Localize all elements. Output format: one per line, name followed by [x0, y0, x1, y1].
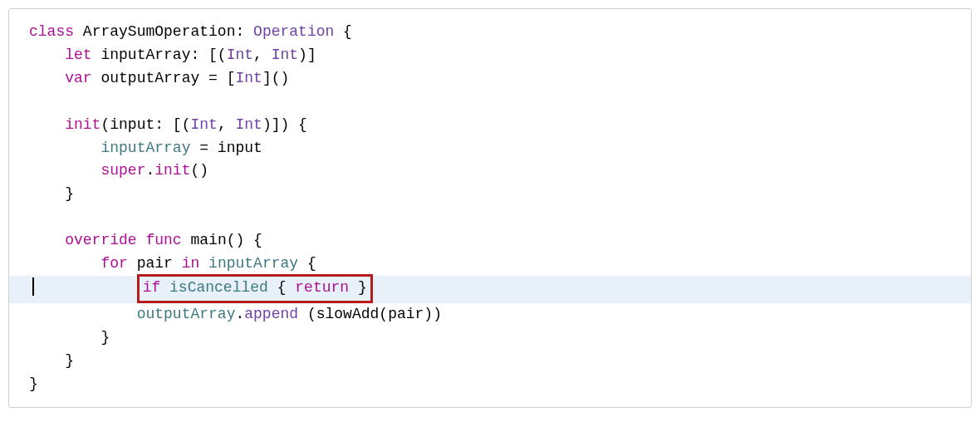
code-line-11: for pair in inputArray { [9, 253, 971, 276]
keyword-if: if [143, 279, 161, 296]
brace: } [29, 375, 38, 392]
dot: . [235, 306, 244, 322]
comma: , [253, 47, 272, 63]
space [160, 279, 169, 296]
indent [29, 47, 65, 63]
code-line-13: outputArray.append (slowAdd(pair)) [9, 303, 971, 326]
dot: . [145, 162, 154, 179]
rest: = input [190, 140, 262, 156]
space [173, 255, 182, 272]
member-iscancelled: isCancelled [169, 279, 268, 296]
brace: } [349, 279, 367, 296]
space [182, 232, 191, 248]
indent [29, 255, 100, 272]
close: )]) { [262, 116, 307, 133]
code-line-10: override func main() { [9, 229, 971, 253]
func-slowadd: slowAdd [316, 306, 380, 322]
indent [29, 162, 100, 179]
indent [29, 232, 65, 248]
parens: () [190, 162, 208, 179]
cursor-icon [32, 277, 34, 296]
brace: { [268, 279, 295, 296]
space [128, 255, 137, 272]
code-line-1: class ArraySumOperation: Operation { [9, 21, 971, 44]
keyword-super: super [100, 162, 145, 179]
indent [29, 329, 100, 346]
type-int: Int [190, 116, 217, 133]
colon: : [235, 23, 253, 40]
space [137, 232, 146, 248]
code-line-16: } [9, 373, 971, 396]
highlight-box: if isCancelled { return } [137, 274, 373, 303]
member-outputarray: outputArray [137, 306, 236, 322]
code-line-5: init(input: [(Int, Int)]) { [9, 114, 971, 137]
member-inputarray: inputArray [100, 140, 190, 156]
brace: } [65, 185, 74, 202]
prop-inputarray: inputArray [100, 47, 190, 63]
type-operation: Operation [253, 23, 334, 40]
code-line-7: super.init() [9, 160, 971, 183]
colon: : [( [190, 47, 226, 63]
code-line-empty [9, 91, 971, 114]
indent [29, 279, 137, 296]
var-pair: pair [137, 255, 173, 272]
space [199, 255, 208, 272]
indent [29, 352, 65, 369]
code-line-2: let inputArray: [(Int, Int)] [9, 44, 971, 67]
keyword-let: let [65, 47, 91, 63]
keyword-class: class [29, 23, 74, 40]
code-line-3: var outputArray = [Int]() [9, 67, 971, 91]
type-int: Int [227, 47, 253, 63]
keyword-in: in [182, 255, 200, 272]
parens: () { [227, 232, 262, 248]
type-int: Int [235, 70, 262, 86]
space [92, 70, 101, 86]
keyword-init: init [154, 162, 190, 179]
open: (input: [( [100, 116, 190, 133]
keyword-var: var [65, 70, 91, 86]
indent [29, 70, 65, 86]
keyword-return: return [295, 279, 349, 296]
type-int: Int [272, 47, 298, 63]
member-inputarray: inputArray [208, 255, 298, 272]
brace: { [334, 23, 352, 40]
brace: } [65, 352, 74, 369]
brace: } [100, 329, 110, 346]
open: ( [379, 306, 388, 322]
type-int: Int [235, 116, 262, 133]
code-line-14: } [9, 326, 971, 350]
close: )) [424, 306, 442, 322]
code-line-8: } [9, 183, 971, 206]
eq: = [ [199, 70, 235, 86]
space [92, 47, 101, 63]
code-editor[interactable]: class ArraySumOperation: Operation { let… [8, 8, 972, 408]
code-line-6: inputArray = input [9, 137, 971, 160]
close: ]() [262, 70, 289, 86]
class-name: ArraySumOperation [83, 23, 236, 40]
keyword-init: init [65, 116, 100, 133]
method-append: append [244, 306, 298, 322]
prop-outputarray: outputArray [100, 70, 199, 86]
comma: , [218, 116, 236, 133]
code-line-15: } [9, 350, 971, 373]
var-pair: pair [388, 306, 424, 322]
code-line-12-highlighted: if isCancelled { return } [9, 276, 971, 303]
close: )] [298, 47, 316, 63]
indent [29, 185, 65, 202]
indent [29, 140, 100, 156]
code-line-empty [9, 206, 971, 229]
space: ( [298, 306, 316, 322]
keyword-for: for [100, 255, 127, 272]
indent [29, 306, 137, 322]
keyword-override: override [65, 232, 136, 248]
func-main: main [190, 232, 226, 248]
indent [29, 116, 65, 133]
brace: { [298, 255, 316, 272]
keyword-func: func [145, 232, 181, 248]
